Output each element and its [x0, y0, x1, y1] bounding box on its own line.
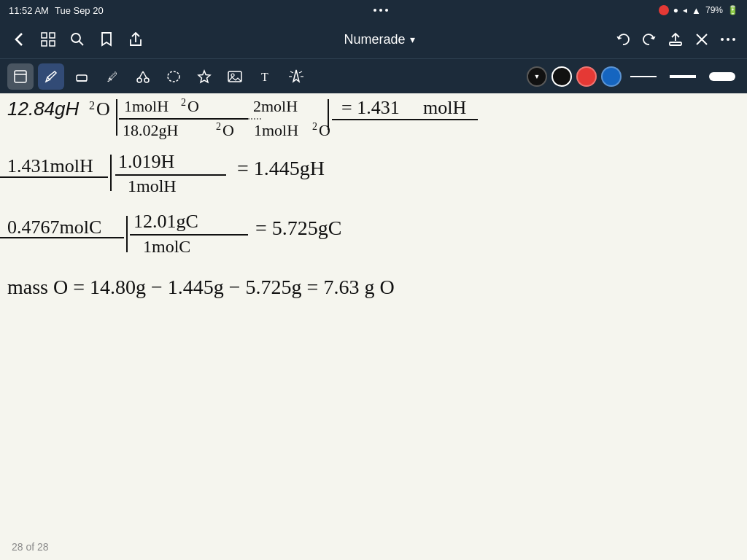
svg-rect-33 — [709, 72, 735, 81]
svg-text:18.02gH: 18.02gH — [123, 121, 179, 139]
stroke-thin[interactable] — [626, 63, 661, 90]
svg-rect-2 — [42, 41, 47, 46]
dot2 — [379, 9, 382, 12]
star-tool[interactable] — [191, 63, 217, 90]
handwriting-canvas[interactable]: 12.84gH 2 O 1molH 2 O 18.02gH 2 O 2molH … — [0, 93, 747, 560]
svg-text:12.01gC: 12.01gC — [133, 211, 198, 232]
svg-text:molH: molH — [423, 97, 466, 118]
time-display: 11:52 AM — [9, 5, 49, 16]
eraser-tool[interactable] — [69, 63, 95, 90]
svg-text:T: T — [261, 71, 268, 83]
color-red[interactable] — [576, 66, 597, 87]
undo-button[interactable] — [614, 31, 632, 48]
svg-text:= 1.445gH: = 1.445gH — [237, 157, 325, 179]
svg-point-25 — [231, 74, 234, 77]
back-button[interactable] — [10, 31, 28, 48]
nav-bar: Numerade ▾ — [0, 20, 747, 58]
image-tool[interactable] — [222, 63, 248, 90]
svg-rect-1 — [50, 33, 55, 38]
svg-point-19 — [144, 78, 149, 82]
page-count: 28 of 28 — [12, 541, 49, 553]
tool-bar: T ▼ — [0, 58, 747, 93]
date-display: Tue Sep 20 — [55, 5, 104, 16]
status-center — [374, 9, 388, 12]
battery-icon: 🔋 — [727, 5, 738, 15]
svg-line-20 — [139, 71, 143, 78]
svg-text:1.019H: 1.019H — [118, 151, 175, 172]
text-tool[interactable]: T — [252, 63, 279, 90]
svg-text:O: O — [319, 121, 330, 139]
cut-tool[interactable] — [130, 63, 156, 90]
lasso-tool[interactable] — [160, 63, 187, 90]
color-black[interactable] — [551, 66, 572, 87]
svg-text:1molH: 1molH — [128, 176, 177, 195]
svg-point-10 — [727, 38, 729, 41]
svg-line-28 — [299, 71, 302, 73]
upload-button[interactable] — [667, 31, 684, 48]
svg-text:2molH: 2molH — [253, 97, 298, 115]
app-title: Numerade — [344, 32, 405, 47]
svg-point-9 — [721, 38, 724, 41]
svg-rect-3 — [50, 41, 55, 46]
battery-percent: 79% — [705, 5, 723, 15]
svg-text:O: O — [222, 121, 234, 139]
svg-point-11 — [732, 38, 735, 41]
nav-right — [614, 31, 737, 48]
pointer-tool[interactable] — [283, 63, 309, 90]
svg-text:1molC: 1molC — [143, 237, 190, 256]
highlighter-tool[interactable] — [99, 63, 125, 90]
svg-point-18 — [137, 78, 142, 82]
status-right: ● ◂ ▲ 79% 🔋 — [659, 5, 738, 16]
dot1 — [374, 9, 376, 12]
wifi-icon: ▲ — [692, 5, 701, 16]
stroke-thick[interactable] — [705, 63, 740, 90]
stroke-medium[interactable] — [665, 63, 700, 90]
grid-button[interactable] — [39, 31, 57, 48]
svg-text:O: O — [96, 98, 110, 120]
nav-left — [10, 31, 144, 48]
title-dropdown-icon[interactable]: ▾ — [410, 34, 415, 45]
app-title-bar: Numerade ▾ — [344, 32, 414, 47]
location-icon: ◂ — [683, 5, 687, 15]
layers-tool[interactable] — [7, 63, 34, 90]
search-button[interactable] — [69, 31, 86, 48]
svg-text:1.431molH: 1.431molH — [7, 155, 93, 176]
svg-marker-23 — [198, 71, 210, 82]
color-blue[interactable] — [601, 66, 622, 87]
svg-rect-15 — [77, 75, 87, 81]
svg-line-5 — [80, 42, 84, 46]
svg-point-22 — [168, 71, 179, 82]
color-dropdown[interactable]: ▼ — [527, 66, 547, 87]
svg-text:= 5.725gC: = 5.725gC — [255, 217, 341, 239]
signal-dot: ● — [673, 5, 678, 15]
bottom-bar: 28 of 28 — [0, 534, 747, 560]
share-button[interactable] — [127, 31, 144, 48]
redo-button[interactable] — [640, 31, 658, 48]
svg-text:= 1.431: = 1.431 — [341, 97, 400, 118]
bookmark-button[interactable] — [98, 31, 115, 48]
svg-rect-12 — [15, 71, 26, 82]
svg-line-21 — [143, 71, 147, 78]
svg-line-27 — [290, 71, 293, 73]
close-button[interactable] — [693, 31, 711, 48]
recording-indicator — [659, 5, 669, 15]
svg-text:1molH: 1molH — [124, 97, 169, 115]
status-bar: 11:52 AM Tue Sep 20 ● ◂ ▲ 79% 🔋 — [0, 0, 747, 20]
svg-rect-6 — [670, 42, 681, 45]
svg-text:2: 2 — [312, 121, 317, 132]
svg-text:mass O = 14.80g − 1.445g − 5.7: mass O = 14.80g − 1.445g − 5.725g = 7.63… — [7, 276, 395, 298]
svg-text:1molH: 1molH — [254, 121, 298, 139]
svg-text:12.84gH: 12.84gH — [7, 98, 80, 120]
svg-text:2: 2 — [216, 121, 221, 132]
svg-text:0.4767molC: 0.4767molC — [7, 217, 101, 238]
svg-text:2: 2 — [89, 99, 95, 112]
dot3 — [385, 9, 388, 12]
svg-text:2: 2 — [181, 97, 186, 108]
svg-point-4 — [71, 34, 80, 42]
content-area: 12.84gH 2 O 1molH 2 O 18.02gH 2 O 2molH … — [0, 93, 747, 560]
pen-tool[interactable] — [38, 63, 64, 90]
svg-text:O: O — [187, 97, 199, 115]
svg-rect-0 — [42, 33, 47, 38]
more-options-button[interactable] — [719, 31, 737, 48]
status-left: 11:52 AM Tue Sep 20 — [9, 5, 104, 16]
